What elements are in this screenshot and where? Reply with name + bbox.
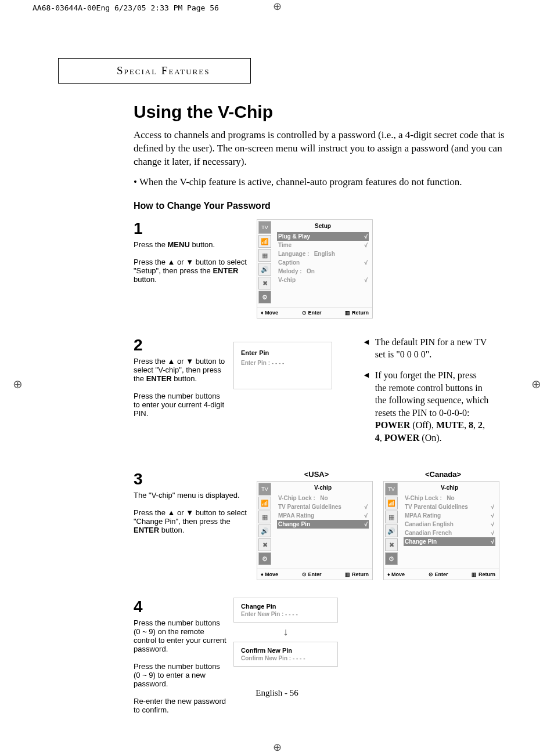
osd-vchip-usa: TV 📶 ▦ 🔊 ✖ ⚙ V-chip V-Chip Lock : NoTV P… (257, 481, 373, 580)
arrow-down-icon: ↓ (233, 626, 338, 638)
note-reset-pin: If you forget the PIN, press the remote … (375, 369, 490, 444)
chapter-heading: Special Features (58, 58, 251, 84)
osd-menu-row: V-Chip Lock : No (404, 494, 495, 502)
osd-menu-row: Language : English (277, 249, 369, 258)
intro-text: Access to channels and programs is contr… (134, 129, 528, 169)
options-icon: ✖ (385, 538, 398, 551)
osd-setup-menu: TV 📶 ▦ 🔊 ✖ ⚙ Setup Plug & Play √Time √La… (257, 219, 373, 319)
osd-menu-row: Change Pin √ (404, 537, 495, 546)
osd-change-pin: Change Pin Enter New Pin : - - - - (233, 598, 338, 623)
pin-field: Enter Pin : - - - - (241, 360, 325, 366)
osd-menu-row: Plug & Play √ (277, 232, 369, 241)
osd-title: Setup (274, 220, 372, 231)
sub-heading: How to Change Your Password (134, 201, 528, 211)
crop-mark-right-icon: ⊕ (531, 377, 541, 391)
step-number: 2 (134, 336, 226, 355)
osd-menu-row: Canadian French √ (404, 529, 495, 537)
bullet-note: • When the V-chip feature is active, cha… (134, 176, 528, 189)
antenna-icon: 📶 (258, 235, 271, 248)
picture-icon: ▦ (258, 511, 271, 523)
step-1-text: 1 Press the MENU button. Press the ▲ or … (134, 219, 250, 319)
picture-icon: ▦ (258, 249, 271, 262)
osd-title: Enter Pin (241, 349, 325, 356)
osd-menu-row: Caption √ (277, 258, 369, 267)
page-number: English - 56 (0, 688, 554, 698)
osd-menu-row: Canadian English √ (404, 520, 495, 529)
options-icon: ✖ (258, 538, 271, 551)
osd-menu-row: Time √ (277, 241, 369, 249)
sound-icon: 🔊 (258, 525, 271, 537)
pin-field: Enter New Pin : - - - - (241, 611, 330, 617)
settings-icon: ⚙ (258, 291, 271, 303)
step-number: 4 (134, 598, 226, 616)
osd-menu-row: V-Chip Lock : No (277, 494, 369, 502)
note-arrow-icon: ◄ (362, 336, 370, 361)
sound-icon: 🔊 (385, 525, 398, 537)
osd-menu-row: V-chip √ (277, 276, 369, 284)
crop-mark-left-icon: ⊕ (13, 377, 23, 391)
osd-menu-row: MPAA Rating √ (277, 511, 369, 520)
note-arrow-icon: ◄ (362, 369, 370, 444)
osd-title: Confirm New Pin (241, 647, 330, 654)
osd-menu-row: TV Parental Guidelines √ (277, 502, 369, 511)
picture-icon: ▦ (385, 511, 398, 523)
osd-title: V-chip (400, 482, 499, 493)
options-icon: ✖ (258, 277, 271, 290)
antenna-icon: 📶 (385, 497, 398, 509)
pin-field: Confirm New Pin : - - - - (241, 655, 330, 661)
print-header: AA68-03644A-00Eng 6/23/05 2:33 PM Page 5… (33, 3, 219, 12)
tv-icon: TV (385, 483, 398, 495)
osd-title: V-chip (274, 482, 372, 493)
note-default-pin: The default PIN for a new TV set is "0 0… (375, 336, 490, 361)
step-number: 3 (134, 470, 250, 489)
tv-icon: TV (258, 483, 271, 495)
osd-menu-row: MPAA Rating √ (404, 511, 495, 520)
osd-menu-row: TV Parental Guidelines √ (404, 502, 495, 511)
osd-title: Change Pin (241, 603, 330, 610)
column-header-canada: <Canada> (383, 470, 503, 479)
step-2-text: 2 Press the ▲ or ▼ button to select "V-c… (134, 336, 226, 453)
settings-icon: ⚙ (258, 552, 271, 565)
tv-icon: TV (258, 221, 271, 234)
osd-vchip-canada: TV 📶 ▦ 🔊 ✖ ⚙ V-chip V-Chip Lock : NoTV P… (383, 481, 499, 580)
step-3-text: 3 The "V-chip" menu is displayed. Press … (134, 470, 250, 580)
osd-enter-pin: Enter Pin Enter Pin : - - - - (233, 342, 332, 389)
osd-menu-row: Melody : On (277, 267, 369, 276)
antenna-icon: 📶 (258, 497, 271, 509)
osd-menu-row: Change Pin √ (277, 520, 369, 529)
step-number: 1 (134, 219, 250, 238)
crop-mark-bottom-icon: ⊕ (273, 741, 282, 754)
settings-icon: ⚙ (385, 552, 398, 565)
crop-mark-top-icon: ⊕ (273, 0, 282, 13)
sound-icon: 🔊 (258, 263, 271, 276)
column-header-usa: <USA> (257, 470, 376, 479)
page-title: Using the V-Chip (134, 102, 528, 122)
osd-confirm-pin: Confirm New Pin Confirm New Pin : - - - … (233, 642, 338, 667)
